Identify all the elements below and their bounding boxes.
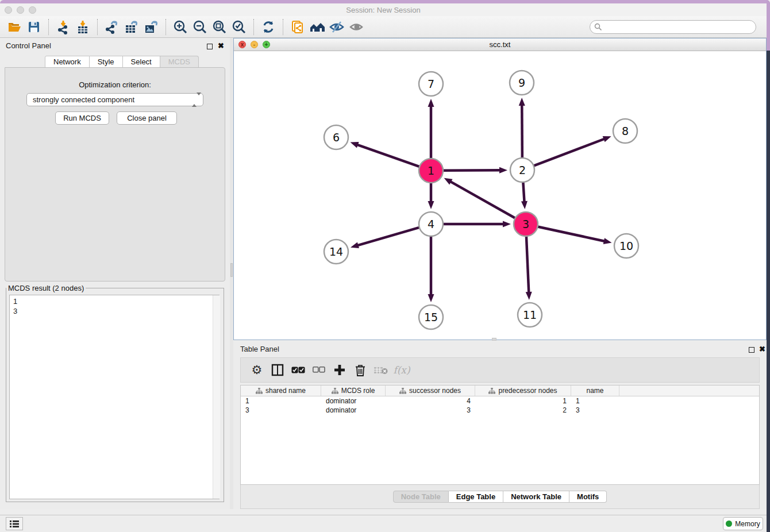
search-box[interactable] bbox=[590, 20, 756, 34]
table-cell[interactable]: 3 bbox=[571, 406, 619, 415]
column-header-filler bbox=[619, 385, 759, 396]
vertical-splitter-grip[interactable] bbox=[230, 263, 233, 277]
edge-1-2[interactable] bbox=[443, 170, 500, 171]
add-column-button[interactable] bbox=[329, 360, 350, 380]
import-table-button[interactable] bbox=[73, 18, 93, 36]
mcds-result-scrollbar[interactable] bbox=[213, 295, 220, 499]
table-cell[interactable]: dominator bbox=[321, 396, 386, 406]
table-cell[interactable]: 4 bbox=[386, 396, 475, 406]
first-neighbors-button[interactable] bbox=[307, 18, 327, 36]
table-cell[interactable]: 1 bbox=[241, 396, 321, 406]
delete-column-button[interactable] bbox=[350, 360, 371, 380]
table-toolbar: ⚙ bbox=[240, 357, 760, 383]
edge-3-11[interactable] bbox=[526, 236, 529, 293]
delete-table-button[interactable] bbox=[371, 360, 391, 380]
edge-2-3[interactable] bbox=[523, 182, 524, 202]
float-panel-icon[interactable] bbox=[207, 44, 213, 49]
close-panel-icon[interactable]: ✖ bbox=[218, 41, 224, 50]
edge-3-1[interactable] bbox=[450, 182, 515, 218]
network-view-window: x - + scc.txt 7968124314101511 bbox=[233, 38, 767, 340]
run-mcds-button[interactable]: Run MCDS bbox=[55, 111, 109, 125]
refresh-button[interactable] bbox=[259, 18, 278, 36]
task-history-button[interactable] bbox=[6, 517, 23, 530]
open-session-button[interactable] bbox=[5, 18, 24, 36]
save-session-button[interactable] bbox=[24, 18, 44, 36]
trash-icon bbox=[355, 364, 366, 376]
deselect-all-button[interactable] bbox=[309, 360, 329, 380]
desktop-edge-top bbox=[767, 0, 770, 51]
node-label-1: 1 bbox=[428, 164, 434, 177]
table-cell[interactable]: dominator bbox=[321, 406, 386, 415]
node-label-11: 11 bbox=[523, 309, 537, 321]
column-label: name bbox=[586, 387, 603, 395]
delete-table-icon bbox=[374, 365, 388, 375]
column-header-shared-name[interactable]: shared name bbox=[241, 385, 321, 396]
zoom-in-button[interactable] bbox=[171, 18, 190, 36]
edge-3-10[interactable] bbox=[538, 226, 605, 241]
columns-icon bbox=[271, 364, 284, 376]
export-table-button[interactable] bbox=[122, 18, 141, 36]
edge-2-8[interactable] bbox=[534, 138, 605, 165]
mcds-result-textarea[interactable]: 1 3 bbox=[9, 295, 220, 499]
function-builder-button[interactable]: f(x) bbox=[391, 360, 412, 380]
zoom-fit-icon bbox=[212, 20, 227, 34]
close-table-panel-icon[interactable]: ✖ bbox=[759, 345, 765, 353]
arrowhead-icon bbox=[603, 238, 612, 244]
table-cell[interactable]: 1 bbox=[571, 396, 619, 406]
main-toolbar bbox=[0, 16, 767, 38]
memory-button[interactable]: Memory bbox=[723, 517, 763, 530]
save-icon bbox=[27, 20, 41, 34]
optimization-criterion-label: Optimization criterion: bbox=[5, 80, 225, 89]
table-row[interactable]: 1dominator411 bbox=[241, 396, 759, 406]
close-panel-button[interactable]: Close panel bbox=[117, 111, 177, 125]
show-all-button[interactable] bbox=[346, 18, 366, 36]
tab-network[interactable]: Network bbox=[45, 56, 90, 68]
criterion-dropdown[interactable]: strongly connected component bbox=[26, 93, 203, 106]
export-image-button[interactable] bbox=[141, 18, 161, 36]
table-cell[interactable]: 3 bbox=[386, 406, 475, 415]
clone-network-button[interactable] bbox=[288, 18, 307, 36]
show-columns-button[interactable] bbox=[267, 360, 288, 380]
session-title: Session: New Session bbox=[0, 6, 767, 14]
chevron-updown-icon bbox=[192, 95, 198, 105]
arrowhead-icon bbox=[428, 201, 434, 209]
zoom-out-button[interactable] bbox=[190, 18, 210, 36]
table-cell[interactable]: 3 bbox=[241, 406, 321, 415]
tab-motifs[interactable]: Motifs bbox=[569, 491, 607, 503]
tab-network-table[interactable]: Network Table bbox=[503, 491, 569, 503]
network-canvas[interactable]: 7968124314101511 bbox=[234, 51, 766, 340]
float-table-panel-icon[interactable] bbox=[749, 347, 754, 353]
arrowhead-icon bbox=[351, 242, 359, 249]
export-network-button[interactable] bbox=[102, 18, 122, 36]
horizontal-splitter-grip[interactable] bbox=[492, 338, 496, 341]
column-label: successor nodes bbox=[409, 387, 461, 395]
search-input[interactable] bbox=[602, 21, 746, 33]
table-cell[interactable]: 1 bbox=[475, 396, 571, 406]
edge-1-6[interactable] bbox=[357, 145, 419, 167]
mcds-result-legend: MCDS result (2 nodes) bbox=[6, 284, 86, 292]
table-cell[interactable]: 2 bbox=[475, 406, 571, 415]
select-all-button[interactable] bbox=[288, 360, 309, 380]
edge-4-14[interactable] bbox=[357, 228, 419, 246]
zoom-selected-button[interactable] bbox=[229, 18, 249, 36]
node-label-10: 10 bbox=[619, 240, 633, 252]
import-network-button[interactable] bbox=[53, 18, 73, 36]
column-header-successor-nodes[interactable]: successor nodes bbox=[386, 385, 475, 396]
tab-style[interactable]: Style bbox=[90, 56, 123, 68]
column-header-name[interactable]: name bbox=[571, 385, 619, 396]
hide-selected-button[interactable] bbox=[327, 18, 346, 36]
tab-node-table[interactable]: Node Table bbox=[393, 491, 449, 503]
column-label: MCDS role bbox=[341, 387, 375, 395]
edge-2-9[interactable] bbox=[522, 105, 522, 158]
tab-mcds[interactable]: MCDS bbox=[160, 56, 199, 68]
memory-status-icon bbox=[726, 521, 732, 527]
tab-edge-table[interactable]: Edge Table bbox=[449, 491, 503, 503]
column-header-mcds-role[interactable]: MCDS role bbox=[321, 385, 386, 396]
table-row[interactable]: 3dominator323 bbox=[241, 406, 759, 415]
memory-label: Memory bbox=[735, 520, 760, 528]
tab-select[interactable]: Select bbox=[123, 56, 160, 68]
toolbar-separator bbox=[97, 19, 98, 35]
zoom-fit-button[interactable] bbox=[210, 18, 229, 36]
table-options-button[interactable]: ⚙ bbox=[247, 360, 267, 380]
column-header-predecessor-nodes[interactable]: predecessor nodes bbox=[475, 385, 571, 396]
